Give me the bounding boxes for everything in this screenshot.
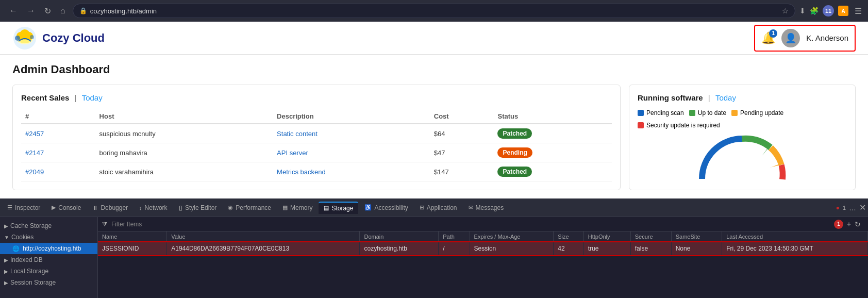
sidebar-section-session-storage[interactable]: ▶Session Storage [0, 277, 97, 288]
add-button[interactable]: ＋ [845, 220, 853, 229]
cookie-httponly: true [583, 242, 630, 255]
tab-icon: ⊞ [420, 204, 424, 211]
devtools-tabs: ☰Inspector▶Console⏸Debugger↕Network{}Sty… [0, 198, 868, 217]
home-button[interactable]: ⌂ [57, 5, 69, 16]
col-path: Path [439, 231, 470, 242]
col-name: Name [98, 231, 167, 242]
tab-inspector[interactable]: ☰Inspector [2, 202, 45, 213]
tab-console[interactable]: ▶Console [46, 202, 86, 213]
tab-application[interactable]: ⊞Application [414, 202, 462, 213]
arrow-icon: ▼ [4, 235, 9, 240]
devtools-main: ⧩ Filter Items 1 ＋ ↻ NameValueDomainPath… [98, 217, 868, 298]
sidebar-section-cookies[interactable]: ▼Cookies [0, 231, 97, 243]
user-area: 🔔 1 👤 K. Anderson [754, 25, 856, 52]
refresh-storage-button[interactable]: ↻ [855, 220, 861, 228]
browser-notifications: ⬇ 🧩 11 A ☰ [799, 5, 862, 16]
legend-item: Security update is required [638, 122, 720, 129]
tab-icon: ✉ [469, 204, 473, 211]
tab-accessibility[interactable]: ♿Accessibility [359, 202, 413, 213]
col-domain: Domain [360, 231, 439, 242]
logo-area: Cozy Cloud [12, 26, 105, 51]
tab-messages[interactable]: ✉Messages [463, 202, 509, 213]
extensions-icon[interactable]: 🧩 [810, 7, 819, 15]
cookie-samesite: None [671, 242, 722, 255]
col-expires-/-max-age: Expires / Max-Age [470, 231, 554, 242]
sale-host: stoic varahamihira [95, 162, 273, 181]
tab-icon: ☰ [7, 204, 12, 211]
tab-icon: ♿ [364, 204, 372, 211]
col-id: # [21, 109, 95, 124]
col-status: Status [493, 109, 612, 124]
sale-host: boring mahavira [95, 143, 273, 162]
cookie-secure: false [630, 242, 671, 255]
tab-icon: ⏸ [92, 205, 98, 211]
admin-title: Admin Dashboard [12, 63, 856, 76]
tab-memory[interactable]: ▦Memory [277, 202, 318, 213]
col-cost: Cost [430, 109, 494, 124]
tab-icon: ▶ [52, 204, 56, 211]
sale-status: Pending [493, 143, 612, 162]
section-label: Cache Storage [10, 222, 52, 229]
sale-description[interactable]: Metrics backend [273, 162, 430, 181]
sales-table: # Host Description Cost Status #2457 sus… [21, 109, 612, 181]
tab-label: Storage [331, 205, 353, 212]
tab-label: Messages [476, 204, 504, 211]
sale-id[interactable]: #2147 [21, 143, 95, 162]
sidebar-item-http---cozyhosting-htb[interactable]: 🌐http://cozyhosting.htb [0, 243, 97, 254]
more-button[interactable]: … [849, 204, 856, 212]
sale-cost: $147 [430, 162, 494, 181]
filter-text[interactable]: Filter Items [111, 221, 142, 228]
tab-network[interactable]: ↕Network [134, 202, 173, 213]
forward-button[interactable]: → [24, 5, 38, 16]
menu-icon[interactable]: ☰ [855, 6, 862, 16]
col-host: Host [95, 109, 273, 124]
logo-icon [12, 26, 37, 51]
tab-label: Application [427, 204, 457, 211]
star-icon[interactable]: ☆ [782, 7, 789, 15]
col-description: Description [273, 109, 430, 124]
sale-cost: $47 [430, 143, 494, 162]
table-row: #2049 stoic varahamihira Metrics backend… [21, 162, 612, 181]
cookie-table: NameValueDomainPathExpires / Max-AgeSize… [98, 231, 868, 255]
sale-description[interactable]: API server [273, 143, 430, 162]
sidebar-section-cache-storage[interactable]: ▶Cache Storage [0, 220, 97, 231]
notification-badge: 1 [769, 29, 777, 38]
back-button[interactable]: ← [6, 5, 21, 16]
col-secure: Secure [630, 231, 671, 242]
user-name: K. Anderson [806, 34, 848, 42]
tab-icon: ◉ [228, 204, 233, 211]
error-count-icon: ● [836, 204, 840, 211]
tab-performance[interactable]: ◉Performance [223, 202, 276, 213]
legend-item: Pending scan [638, 109, 684, 117]
address-bar[interactable]: 🔒 cozyhosting.htb/admin ☆ [73, 4, 795, 18]
sale-cost: $64 [430, 124, 494, 143]
donut-chart [638, 135, 847, 181]
sale-status: Patched [493, 162, 612, 181]
table-row: #2457 suspicious mcnulty Static content … [21, 124, 612, 143]
tab-storage[interactable]: ▤Storage [319, 202, 358, 214]
sidebar-section-indexed-db[interactable]: ▶Indexed DB [0, 254, 97, 266]
tab-label: Console [58, 204, 81, 211]
sale-id[interactable]: #2457 [21, 124, 95, 143]
sidebar-section-local-storage[interactable]: ▶Local Storage [0, 266, 97, 277]
error-badge: 1 [834, 220, 843, 229]
devtools-sidebar: ▶Cache Storage▼Cookies🌐http://cozyhostin… [0, 217, 98, 298]
tab-style-editor[interactable]: {}Style Editor [174, 202, 222, 213]
sale-description[interactable]: Static content [273, 124, 430, 143]
avatar: 👤 [781, 29, 800, 47]
nav-buttons: ← → ↻ ⌂ [6, 5, 69, 17]
sale-id[interactable]: #2049 [21, 162, 95, 181]
download-icon[interactable]: ⬇ [799, 7, 806, 15]
tab-label: Debugger [101, 204, 128, 211]
recent-sales-card: Recent Sales | Today # Host Description … [12, 85, 621, 190]
cookie-value: A1944D86DA26639B7794F07A0CE0C813 [167, 242, 360, 255]
tab-debugger[interactable]: ⏸Debugger [87, 202, 133, 213]
svg-point-6 [15, 36, 20, 41]
site-header: Cozy Cloud 🔔 1 👤 K. Anderson [0, 22, 868, 55]
logo-text: Cozy Cloud [42, 31, 105, 45]
cookie-row[interactable]: JSESSIONIDA1944D86DA26639B7794F07A0CE0C8… [98, 242, 868, 255]
close-devtools-button[interactable]: ✕ [859, 203, 866, 212]
cookie-expires: Session [470, 242, 554, 255]
cookie-name: JSESSIONID [98, 242, 167, 255]
refresh-button[interactable]: ↻ [41, 5, 54, 17]
